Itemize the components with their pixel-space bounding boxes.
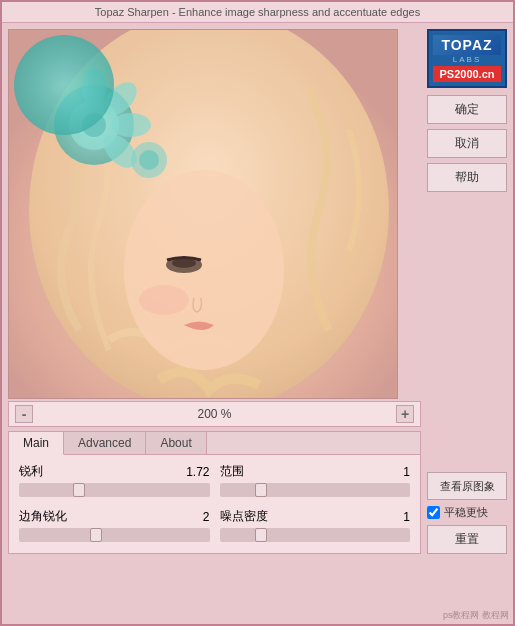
view-original-button[interactable]: 查看原图象 <box>427 472 507 500</box>
cancel-button[interactable]: 取消 <box>427 129 507 158</box>
smooth-faster-checkbox[interactable] <box>427 506 440 519</box>
params-row2: 边角锐化 2 噪点密度 1 <box>19 508 410 545</box>
sharpness-label: 锐利 <box>19 463 43 480</box>
noise-header: 噪点密度 1 <box>220 508 411 525</box>
reset-button[interactable]: 重置 <box>427 525 507 554</box>
noise-group: 噪点密度 1 <box>220 508 411 545</box>
main-area: - 200 % + Main Advanced About 锐利 <box>2 23 513 560</box>
range-slider[interactable] <box>220 483 411 497</box>
title-bar: Topaz Sharpen - Enhance image sharpness … <box>2 2 513 23</box>
noise-label: 噪点密度 <box>220 508 268 525</box>
noise-slider[interactable] <box>220 528 411 542</box>
tab-bar: Main Advanced About <box>9 432 420 455</box>
svg-rect-15 <box>9 30 398 399</box>
range-group: 范围 1 <box>220 463 411 500</box>
corner-label: 边角锐化 <box>19 508 67 525</box>
range-header: 范围 1 <box>220 463 411 480</box>
corner-group: 边角锐化 2 <box>19 508 210 545</box>
zoom-in-button[interactable]: + <box>396 405 414 423</box>
sharpness-value: 1.72 <box>186 465 209 479</box>
sharpness-group: 锐利 1.72 <box>19 463 210 500</box>
sharpness-slider[interactable] <box>19 483 210 497</box>
preview-image <box>8 29 398 399</box>
logo-box: TOPAZ LABS PS2000.cn <box>427 29 507 88</box>
zoom-out-button[interactable]: - <box>15 405 33 423</box>
main-window: Topaz Sharpen - Enhance image sharpness … <box>0 0 515 626</box>
tabs-section: Main Advanced About 锐利 1.72 <box>8 431 421 554</box>
ps-logo: PS2000.cn <box>433 66 501 82</box>
preview-section: - 200 % + Main Advanced About 锐利 <box>8 29 421 554</box>
topaz-logo: TOPAZ <box>433 35 501 55</box>
tab-main[interactable]: Main <box>9 432 64 455</box>
smooth-faster-label: 平稳更快 <box>444 505 488 520</box>
right-panel: TOPAZ LABS PS2000.cn 确定 取消 帮助 查看原图象 平稳更快… <box>427 29 507 554</box>
confirm-button[interactable]: 确定 <box>427 95 507 124</box>
corner-value: 2 <box>203 510 210 524</box>
sharpness-header: 锐利 1.72 <box>19 463 210 480</box>
window-title: Topaz Sharpen - Enhance image sharpness … <box>95 6 420 18</box>
spacer <box>427 197 507 467</box>
smooth-faster-row: 平稳更快 <box>427 505 507 520</box>
zoom-value: 200 % <box>37 407 392 421</box>
svg-point-9 <box>82 68 106 108</box>
range-value: 1 <box>403 465 410 479</box>
range-label: 范围 <box>220 463 244 480</box>
tab-advanced[interactable]: Advanced <box>64 432 146 454</box>
tab-about[interactable]: About <box>146 432 206 454</box>
tab-content-main: 锐利 1.72 范围 1 <box>9 455 420 553</box>
noise-value: 1 <box>403 510 410 524</box>
watermark: ps教程网 教程网 <box>443 609 509 622</box>
zoom-bar: - 200 % + <box>8 401 421 427</box>
labs-logo: LABS <box>433 55 501 64</box>
params-row1: 锐利 1.72 范围 1 <box>19 463 410 500</box>
help-button[interactable]: 帮助 <box>427 163 507 192</box>
corner-header: 边角锐化 2 <box>19 508 210 525</box>
corner-slider[interactable] <box>19 528 210 542</box>
